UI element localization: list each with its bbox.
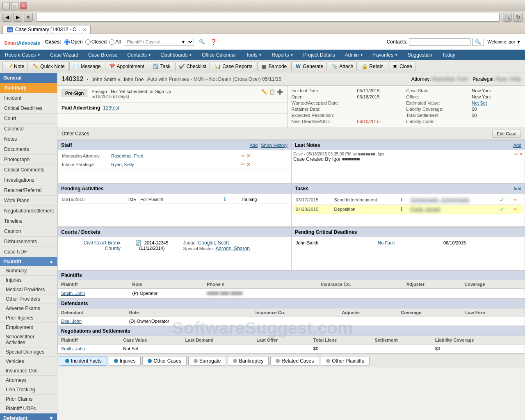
sidebar-defendant-header[interactable]: Defendant ▼ (0, 413, 57, 420)
sidebar-plaintiff-udfs[interactable]: Plaintiff UDFs (0, 404, 57, 413)
sidebar-item-documents[interactable]: Documents (0, 144, 57, 155)
judge-link[interactable]: Coogler, Scott (198, 240, 229, 246)
sidebar-item-incident[interactable]: Incident (0, 93, 57, 103)
nav-case-browse[interactable]: Case Browse (83, 50, 122, 60)
presign-copy-icon[interactable]: 📋 (269, 89, 275, 95)
quick-note-button[interactable]: ✏️ Quick Note (29, 62, 68, 71)
sidebar-plaintiff-lien[interactable]: Lien Tracking (0, 385, 57, 395)
tab-related-cases[interactable]: Related Cases (270, 356, 319, 366)
barcode-button[interactable]: ▦ Barcode (257, 62, 291, 71)
attach-button[interactable]: 📎 Attach (328, 62, 357, 71)
nav-reports[interactable]: Reports ▼ (267, 50, 298, 60)
task-assignee[interactable]: Frank, Ismael (408, 205, 498, 214)
sidebar-plaintiff-attorneys[interactable]: Attorneys (0, 376, 57, 385)
court-sync-icon[interactable]: 🔄 (135, 240, 142, 246)
close-button[interactable]: ✖ Close (388, 62, 416, 71)
note-edit-icon[interactable]: ✏ (514, 152, 518, 157)
staff-name-cell[interactable]: Rosenthal, Fred (109, 152, 239, 160)
sidebar-item-critical-deadlines[interactable]: Critical Deadlines (0, 103, 57, 114)
sidebar-item-retainer[interactable]: Retainer/Referral (0, 185, 57, 196)
presign-edit-icon[interactable]: ✏️ (261, 89, 267, 95)
nav-suggestion[interactable]: Suggestion (403, 50, 437, 60)
activity-info-icon[interactable]: ℹ (221, 195, 238, 204)
sidebar-plaintiff-vehicles[interactable]: Vehicles (0, 357, 57, 366)
search-button[interactable]: 🔍 (503, 13, 512, 22)
refresh-button[interactable]: ↻ (514, 13, 523, 22)
tab-injuries[interactable]: Injuries (109, 356, 141, 366)
nav-favorites[interactable]: Favorites ▼ (368, 50, 403, 60)
sidebar-general-header[interactable]: General (0, 73, 57, 83)
search-button[interactable]: 🔍 (197, 38, 207, 46)
staff-show-history-link[interactable]: Show History (261, 143, 288, 148)
sidebar-plaintiff-other-providers[interactable]: Other Providers (0, 294, 57, 304)
sidebar-item-notes[interactable]: Notes (0, 134, 57, 144)
sidebar-plaintiff-injuries[interactable]: Injuries (0, 276, 57, 285)
sidebar-item-investigations[interactable]: Investigations (0, 175, 57, 185)
case-search-box[interactable]: ▼ (124, 38, 194, 46)
sidebar-plaintiff-prior-injuries[interactable]: Prior Injuries (0, 313, 57, 323)
nav-tools[interactable]: Tools ▼ (241, 50, 267, 60)
note-delete-icon[interactable]: ✕ (519, 152, 523, 157)
nav-office-calendar[interactable]: Office Calendar (197, 50, 241, 60)
edit-case-button[interactable]: Edit Case (492, 130, 521, 138)
task-info-icon[interactable]: ℹ (398, 205, 408, 214)
sidebar-item-timeline[interactable]: Timeline (0, 216, 57, 226)
staff-name-cell[interactable]: Ryan, Kelly (109, 160, 239, 169)
nav-case-wizard[interactable]: Case Wizard (45, 50, 83, 60)
sidebar-item-calendar[interactable]: Calendar (0, 124, 57, 134)
retain-button[interactable]: 🔒 Retain (358, 62, 387, 71)
contacts-input[interactable] (409, 38, 470, 46)
case-reports-button[interactable]: 📊 Case Reports (211, 62, 256, 71)
nav-admin[interactable]: Admin ▼ (340, 50, 368, 60)
case-search-input[interactable] (124, 38, 178, 46)
task-button[interactable]: ☑️ Task (149, 62, 174, 71)
radio-all[interactable]: All (109, 39, 121, 45)
sidebar-plaintiff-employment[interactable]: Employment (0, 323, 57, 332)
staff-add-link[interactable]: Add (250, 143, 258, 148)
message-button[interactable]: ✉️ Message (69, 62, 105, 71)
sidebar-plaintiff-summary[interactable]: Summary (0, 266, 57, 276)
sidebar-item-case-udf[interactable]: Case UDF (0, 247, 57, 257)
staff-edit-icon[interactable]: ✏ (241, 162, 245, 167)
sidebar-plaintiff-adverse-exams[interactable]: Adverse Exams (0, 304, 57, 313)
forward-button[interactable]: ▶ (13, 13, 22, 22)
radio-open[interactable]: Open (64, 39, 82, 45)
note-button[interactable]: 📝 Note (2, 62, 28, 71)
task-edit-icon[interactable]: ✏ (511, 195, 523, 205)
back-button[interactable]: ◀ (2, 13, 11, 22)
tab-other-cases[interactable]: Other Cases (142, 356, 186, 366)
appointment-button[interactable]: 📅 Appointment (105, 62, 148, 71)
sidebar-plaintiff-school[interactable]: School/Other Activities (0, 332, 57, 347)
contacts-search-button[interactable]: 🔍 (472, 38, 484, 46)
deadline-type[interactable]: No Fault (375, 239, 441, 247)
tab-surrogate[interactable]: Surrogate (188, 356, 226, 366)
sidebar-plaintiff-special-damages[interactable]: Special Damages (0, 347, 57, 357)
sidebar-item-disbursements[interactable]: Disbursements (0, 237, 57, 247)
sidebar-item-critical-comments[interactable]: Critical Comments (0, 165, 57, 175)
sidebar-item-negotiation[interactable]: Negotiation/Settlement (0, 206, 57, 216)
defendant-name[interactable]: Doe, John (58, 317, 126, 326)
url-input[interactable]: http://■■■■■■■■■■■/CaseSummary.aspx?Case… (39, 15, 497, 20)
stop-button[interactable]: ✕ (24, 13, 33, 22)
tab-incident-facts[interactable]: Incident Facts (60, 356, 107, 366)
last-notes-add-link[interactable]: Add (513, 143, 521, 148)
staff-delete-icon[interactable]: ✕ (247, 162, 251, 167)
nav-contacts[interactable]: Contacts ▼ (122, 50, 156, 60)
help-button[interactable]: ❓ (210, 39, 217, 45)
tab-close-icon[interactable]: ✕ (83, 27, 86, 32)
sidebar-item-work-plans[interactable]: Work Plans (0, 196, 57, 206)
checklist-button[interactable]: ✔️ Checklist (175, 62, 210, 71)
estimated-value-value[interactable]: Not Set (472, 100, 487, 105)
special-master-link[interactable]: Aarons, Sharon (215, 246, 249, 251)
sidebar-item-caption[interactable]: Caption (0, 226, 57, 237)
court-name[interactable]: Civil Court BronxCounty (59, 239, 123, 253)
sidebar-plaintiff-prior-claims[interactable]: Prior Claims (0, 395, 57, 404)
staff-delete-icon[interactable]: ✕ (247, 153, 251, 159)
sidebar-plaintiff-header[interactable]: Plaintiff ▲ (0, 257, 57, 266)
task-assignee[interactable]: Schmerowitz, Schmerowitz (408, 195, 498, 205)
presign-add-icon[interactable]: ➕ (277, 89, 283, 95)
sidebar-item-photograph[interactable]: Photograph (0, 155, 57, 165)
task-check-icon[interactable]: ✓ (497, 205, 511, 214)
nav-dashboards[interactable]: Dashboards ▼ (156, 50, 197, 60)
close-button[interactable]: ✕ (20, 2, 27, 9)
